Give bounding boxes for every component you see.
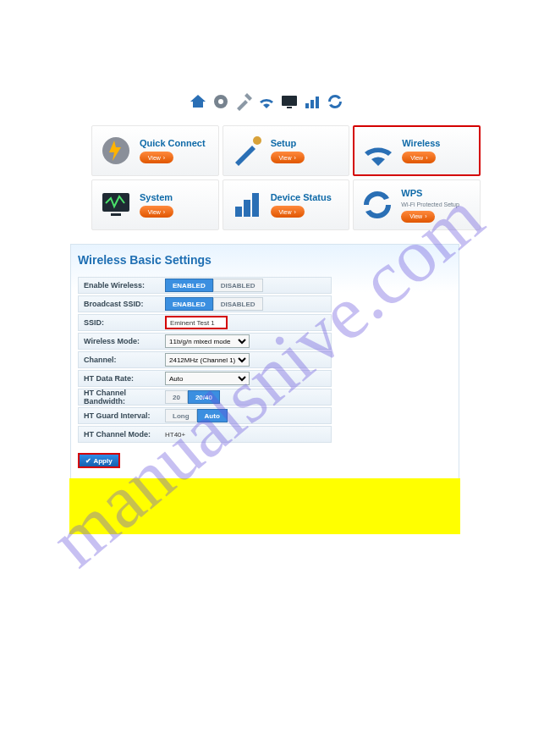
nav-system[interactable]: System View — [91, 179, 219, 230]
nav-title: Wireless — [402, 138, 440, 148]
view-button[interactable]: View — [140, 206, 173, 218]
nav-subtitle: Wi-Fi Protected Setup — [401, 201, 459, 207]
ht-channel-mode-value: HT40+ — [165, 431, 185, 439]
svg-rect-5 — [310, 100, 314, 108]
nav-title: WPS — [401, 188, 459, 198]
guard-auto-button[interactable]: Auto — [197, 409, 228, 422]
ht-bandwidth-toggle[interactable]: 20 20/40 — [165, 390, 220, 404]
nav-title: Setup — [271, 138, 305, 148]
enabled-button[interactable]: ENABLED — [165, 279, 213, 292]
svg-point-8 — [253, 136, 261, 145]
svg-point-1 — [218, 99, 223, 104]
svg-rect-13 — [252, 193, 259, 217]
row-label: Channel: — [84, 356, 165, 364]
ssid-input[interactable]: Eminent Test 1 — [165, 316, 228, 329]
apply-button[interactable]: Apply — [78, 453, 120, 468]
settings-rows: Enable Wireless: ENABLED DISABLED Broadc… — [78, 277, 332, 443]
panel-title: Wireless Basic Settings — [78, 253, 452, 267]
sync-icon[interactable] — [325, 91, 345, 112]
gear-bolt-icon — [97, 132, 135, 169]
monitor-pulse-icon — [97, 186, 135, 223]
row-enable-wireless: Enable Wireless: ENABLED DISABLED — [78, 277, 332, 294]
svg-rect-2 — [282, 96, 297, 106]
row-label: Enable Wireless: — [84, 281, 165, 290]
nav-device-status[interactable]: Device Status View — [223, 179, 350, 230]
nav-quick-connect[interactable]: Quick Connect View — [91, 125, 219, 176]
row-ssid: SSID: Eminent Test 1 — [78, 314, 332, 331]
view-button[interactable]: View — [401, 211, 435, 223]
nav-title: System — [140, 192, 173, 202]
row-label: Wireless Mode: — [84, 337, 165, 345]
home-icon[interactable] — [188, 91, 208, 112]
row-label: HT Data Rate: — [84, 374, 165, 383]
row-label: HT Channel Mode: — [84, 430, 165, 439]
svg-rect-3 — [287, 107, 292, 108]
highlight-box — [69, 478, 460, 534]
nav-wireless[interactable]: Wireless View — [353, 125, 481, 176]
disabled-button[interactable]: DISABLED — [213, 297, 263, 311]
row-label: SSID: — [84, 318, 165, 327]
broadcast-ssid-toggle[interactable]: ENABLED DISABLED — [165, 297, 263, 311]
row-ht-bandwidth: HT Channel Bandwidth: 20 20/40 — [78, 389, 332, 406]
row-label: Broadcast SSID: — [84, 300, 165, 308]
svg-rect-6 — [316, 97, 319, 108]
gear-icon[interactable] — [211, 91, 231, 112]
svg-rect-4 — [305, 103, 309, 108]
bw-20-button[interactable]: 20 — [165, 390, 188, 404]
nav-wps[interactable]: WPS Wi-Fi Protected Setup View — [353, 179, 481, 230]
wireless-mode-select[interactable]: 11b/g/n mixed mode — [165, 334, 250, 348]
row-ht-channel-mode: HT Channel Mode: HT40+ — [78, 426, 332, 443]
top-icon-bar — [0, 91, 533, 112]
nav-grid: Quick Connect View Setup View Wireless V… — [91, 125, 481, 230]
row-wireless-mode: Wireless Mode: 11b/g/n mixed mode — [78, 333, 332, 350]
svg-rect-12 — [244, 200, 250, 217]
ht-guard-toggle[interactable]: Long Auto — [165, 409, 228, 422]
row-label: HT Channel Bandwidth: — [84, 389, 165, 406]
view-button[interactable]: View — [271, 206, 305, 218]
ht-data-rate-select[interactable]: Auto — [165, 372, 250, 385]
bars-icon[interactable] — [302, 91, 322, 112]
wifi-large-icon — [360, 132, 397, 169]
view-button[interactable]: View — [402, 152, 436, 163]
screwdriver-icon — [228, 132, 266, 169]
bw-2040-button[interactable]: 20/40 — [188, 390, 220, 404]
view-button[interactable]: View — [271, 152, 305, 163]
svg-rect-11 — [235, 207, 242, 217]
tools-icon[interactable] — [234, 91, 254, 112]
row-label: HT Guard Interval: — [84, 411, 165, 420]
nav-setup[interactable]: Setup View — [223, 125, 350, 176]
wireless-settings-panel: Wireless Basic Settings Enable Wireless:… — [70, 244, 459, 483]
channel-select[interactable]: 2412MHz (Channel 1) — [165, 353, 250, 367]
nav-title: Quick Connect — [140, 138, 206, 148]
svg-rect-10 — [111, 213, 121, 216]
monitor-icon[interactable] — [279, 91, 299, 112]
wifi-icon[interactable] — [256, 91, 277, 112]
nav-title: Device Status — [271, 192, 332, 202]
enabled-button[interactable]: ENABLED — [165, 297, 213, 311]
sync-large-icon — [359, 186, 396, 223]
enable-wireless-toggle[interactable]: ENABLED DISABLED — [165, 279, 263, 292]
row-channel: Channel: 2412MHz (Channel 1) — [78, 351, 332, 368]
guard-long-button[interactable]: Long — [165, 409, 197, 422]
view-button[interactable]: View — [140, 152, 173, 163]
row-ht-guard: HT Guard Interval: Long Auto — [78, 407, 332, 424]
row-broadcast-ssid: Broadcast SSID: ENABLED DISABLED — [78, 295, 332, 312]
disabled-button[interactable]: DISABLED — [213, 279, 263, 292]
bars-3d-icon — [228, 186, 266, 223]
row-ht-data-rate: HT Data Rate: Auto — [78, 370, 332, 387]
